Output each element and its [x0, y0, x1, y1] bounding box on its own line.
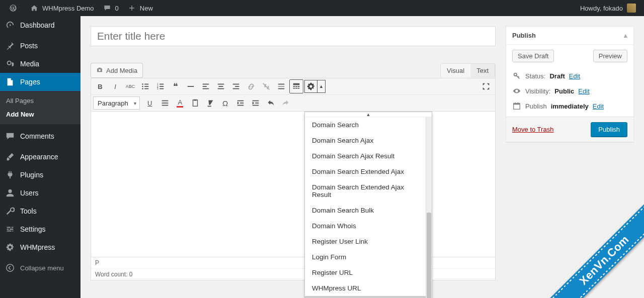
sidebar-item-posts[interactable]: Posts [0, 37, 80, 55]
move-to-trash-link[interactable]: Move to Trash [512, 126, 553, 133]
sidebar-item-media[interactable]: Media [0, 55, 80, 73]
schedule-label: Publish [525, 103, 547, 110]
save-draft-button[interactable]: Save Draft [512, 50, 554, 62]
outdent-button[interactable] [233, 96, 248, 110]
tab-text[interactable]: Text [470, 64, 495, 77]
sidebar-item-tools[interactable]: Tools [0, 202, 80, 220]
svg-point-5 [142, 88, 143, 89]
svg-rect-31 [295, 88, 297, 89]
sidebar-item-comments[interactable]: Comments [0, 127, 80, 145]
format-select[interactable]: Paragraph [93, 96, 140, 110]
svg-rect-37 [194, 100, 196, 101]
sidebar-item-appearance[interactable]: Appearance [0, 148, 80, 166]
publish-button[interactable]: Publish [591, 122, 627, 137]
undo-button[interactable] [264, 96, 278, 110]
number-list-button[interactable]: 123 [153, 79, 168, 93]
comments-link[interactable]: 0 [98, 0, 123, 16]
whmpress-shortcode-dropdown[interactable]: ▲ [304, 80, 326, 93]
dropdown-item[interactable]: Domain Search Ajax [305, 133, 432, 148]
link-button[interactable] [244, 79, 258, 93]
submenu-all-pages[interactable]: All Pages [0, 94, 80, 108]
chevron-up-icon[interactable]: ▴ [624, 32, 627, 39]
sidebar-item-users[interactable]: Users [0, 184, 80, 202]
clear-format-button[interactable] [203, 96, 217, 110]
svg-point-1 [142, 83, 143, 85]
dropdown-item[interactable]: Register URL [305, 265, 432, 280]
svg-rect-47 [515, 103, 516, 105]
dropdown-item[interactable]: Domain Whois [305, 218, 432, 234]
justify-button[interactable] [158, 96, 172, 110]
dropdown-item[interactable]: Register User Link [305, 234, 432, 249]
indent-button[interactable] [249, 96, 263, 110]
element-path[interactable]: P [91, 257, 495, 269]
dropdown-scrollbar[interactable] [426, 117, 432, 298]
sidebar-item-settings[interactable]: Settings [0, 220, 80, 238]
title-input[interactable] [91, 26, 496, 46]
dropdown-item[interactable]: Domain Search Ajax Result [305, 148, 432, 164]
status-value: Draft [549, 72, 565, 80]
svg-rect-46 [514, 104, 520, 105]
dropdown-item[interactable]: Domain Search Extended Ajax Result [305, 179, 432, 203]
plug-icon [5, 170, 15, 180]
svg-rect-35 [162, 105, 168, 106]
add-media-button[interactable]: Add Media [91, 63, 143, 78]
svg-rect-18 [219, 86, 223, 87]
text-color-button[interactable]: A [173, 96, 187, 110]
site-name-link[interactable]: WHMpress Demo [25, 0, 98, 16]
special-char-button[interactable]: Ω [218, 96, 232, 110]
align-center-button[interactable] [214, 79, 228, 93]
publish-panel-header[interactable]: Publish ▴ [506, 27, 633, 45]
greeting: Howdy, fokado [580, 5, 623, 12]
bold-button[interactable]: B [93, 79, 107, 93]
camera-icon [96, 66, 103, 75]
dropdown-item[interactable]: Domain Search Bulk [305, 203, 432, 218]
sidebar-item-label: WHMpress [20, 243, 55, 251]
new-content-link[interactable]: New [123, 0, 157, 16]
edit-schedule-link[interactable]: Edit [593, 103, 604, 110]
preview-button[interactable]: Preview [593, 50, 627, 62]
scroll-up-indicator[interactable]: ▲ [305, 112, 432, 117]
svg-rect-23 [278, 84, 285, 85]
toolbar-toggle-button[interactable] [289, 79, 303, 93]
edit-status-link[interactable]: Edit [569, 72, 580, 80]
svg-rect-24 [278, 86, 285, 87]
wp-logo[interactable] [4, 0, 25, 16]
svg-rect-10 [159, 86, 164, 87]
svg-rect-2 [144, 84, 148, 85]
dropdown-item[interactable]: Domain Search [305, 117, 432, 133]
redo-button[interactable] [279, 96, 293, 110]
sidebar-item-whmpress[interactable]: WHMpress [0, 238, 80, 256]
unlink-button[interactable] [259, 79, 273, 93]
align-left-button[interactable] [199, 79, 213, 93]
sidebar-item-pages[interactable]: Pages [0, 73, 80, 91]
edit-visibility-link[interactable]: Edit [578, 87, 589, 95]
bullet-list-button[interactable] [138, 79, 152, 93]
admin-bar: WHMpress Demo 0 New Howdy, fokado [0, 0, 644, 16]
svg-rect-40 [237, 105, 244, 106]
svg-rect-27 [293, 86, 295, 87]
dropdown-item[interactable]: Domain Search Extended Ajax [305, 164, 432, 179]
svg-rect-16 [203, 88, 209, 89]
dropdown-item[interactable]: WHMpress URL [305, 280, 432, 296]
submenu-add-new[interactable]: Add New [0, 108, 80, 121]
dropdown-item[interactable]: WHMpress Client Area [305, 296, 432, 298]
dropdown-item[interactable]: Login Form [305, 249, 432, 265]
sidebar-item-plugins[interactable]: Plugins [0, 166, 80, 184]
fullscreen-button[interactable] [479, 79, 493, 93]
strike-button[interactable]: ABC [123, 79, 137, 93]
quote-button[interactable]: ❝ [169, 79, 183, 93]
italic-button[interactable]: I [108, 79, 122, 93]
svg-rect-43 [252, 105, 259, 106]
tab-visual[interactable]: Visual [441, 64, 470, 77]
calendar-icon [512, 102, 521, 111]
wrench-icon [5, 206, 15, 216]
my-account[interactable]: Howdy, fokado [576, 0, 640, 16]
hr-button[interactable] [184, 79, 198, 93]
align-right-button[interactable] [229, 79, 243, 93]
sidebar-item-dashboard[interactable]: Dashboard [0, 16, 80, 34]
collapse-menu[interactable]: Collapse menu [0, 259, 80, 277]
paste-text-button[interactable] [188, 96, 202, 110]
underline-button[interactable]: U [143, 96, 157, 110]
more-button[interactable] [274, 79, 288, 93]
editor-content[interactable]: ▲ Domain SearchDomain Search AjaxDomain … [91, 112, 496, 257]
